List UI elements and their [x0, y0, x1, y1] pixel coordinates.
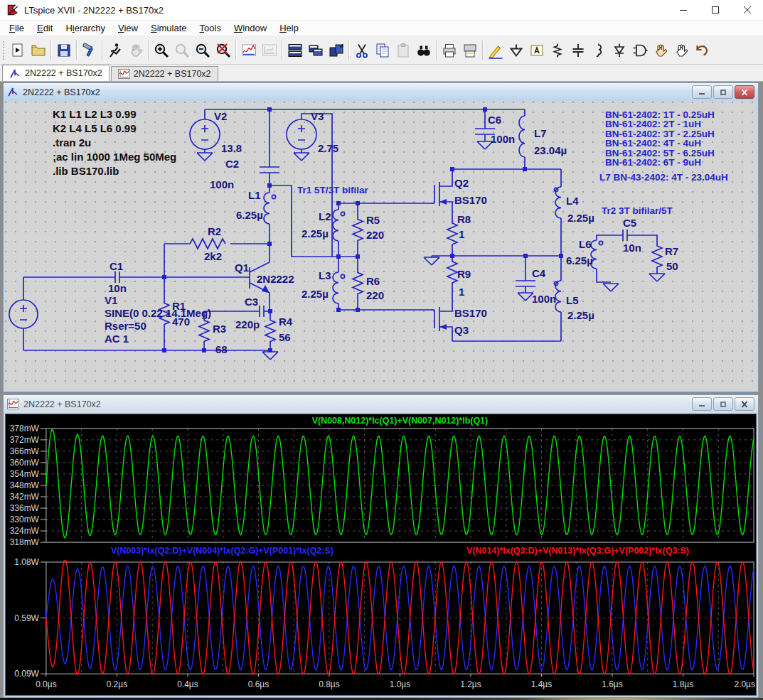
- place-diode-button[interactable]: [609, 40, 629, 60]
- schematic-label: 2.25µ: [567, 212, 594, 224]
- schematic-label: 23.04µ: [534, 144, 567, 156]
- place-component-button[interactable]: [629, 40, 650, 60]
- y-axis-label: 354mW: [10, 469, 40, 479]
- toolbar-grip[interactable]: [2, 41, 6, 60]
- control-panel-icon: [81, 42, 98, 59]
- schematic-label: BS170: [454, 307, 487, 319]
- place-inductor-button[interactable]: [588, 40, 609, 60]
- menu-item-hierarchy[interactable]: Hierarchy: [59, 21, 112, 35]
- place-ground-button[interactable]: [506, 40, 526, 60]
- maximize-button[interactable]: [699, 0, 731, 20]
- x-axis-label: 1.6µs: [602, 679, 623, 689]
- schematic-label: 6.25µ: [566, 254, 593, 266]
- schematic-drawing: K1 L1 L2 L3 0.99K2 L4 L5 L6 0.99.tran 2u…: [5, 102, 757, 390]
- schematic-label: Q2: [454, 177, 469, 189]
- close-button[interactable]: [731, 0, 763, 20]
- draw-wire-button[interactable]: [485, 40, 506, 60]
- run-icon: [107, 42, 124, 59]
- run-button[interactable]: [105, 40, 125, 60]
- undo-button[interactable]: [691, 40, 712, 60]
- window-title: LTspice XVII - 2N2222 + BS170x2: [24, 5, 164, 16]
- schematic-minimize-button[interactable]: [692, 85, 712, 99]
- zoom-full-extents-button[interactable]: [213, 40, 233, 60]
- title-bar[interactable]: LTspice XVII - 2N2222 + BS170x2: [0, 0, 763, 21]
- waveform-close-button[interactable]: [735, 397, 754, 411]
- tab-1-active[interactable]: 2N2222 + BS170x2: [2, 65, 110, 81]
- waveform-window-title: 2N2222 + BS170x2: [23, 399, 101, 409]
- schematic-label: C3: [245, 296, 258, 308]
- cut-button[interactable]: [351, 40, 372, 60]
- schematic-close-button[interactable]: [735, 85, 754, 99]
- place-resistor-button[interactable]: [547, 40, 567, 60]
- tile-vertical-button[interactable]: [326, 40, 346, 60]
- zoom-full-extents-icon: [215, 42, 232, 59]
- menu-item-file[interactable]: File: [3, 21, 31, 35]
- paste-icon: [395, 42, 412, 59]
- trace-label-green[interactable]: V(N008,N012)*Ic(Q1)+V(N007,N012)*Ib(Q1): [312, 416, 489, 426]
- halt-icon: [127, 42, 144, 59]
- tile-horizontal-button[interactable]: [284, 40, 305, 60]
- find-icon: [415, 42, 432, 59]
- copy-button[interactable]: [372, 40, 393, 60]
- menu-item-edit[interactable]: Edit: [31, 21, 59, 35]
- halt-button: [125, 40, 146, 60]
- control-panel-button[interactable]: [79, 40, 100, 60]
- schematic-label: 220: [366, 289, 384, 301]
- wire-node: [450, 167, 454, 171]
- waveform-icon: [7, 399, 19, 409]
- schematic-canvas[interactable]: K1 L1 L2 L3 0.99K2 L4 L5 L6 0.99.tran 2u…: [5, 102, 757, 390]
- place-inductor-icon: [590, 42, 607, 59]
- cascade-windows-button[interactable]: [305, 40, 326, 60]
- x-axis-label: 1.0µs: [390, 679, 411, 689]
- schematic-label: 2.25µ: [302, 288, 329, 300]
- toolbar-separator: [348, 41, 349, 60]
- menu-item-view[interactable]: View: [112, 21, 144, 35]
- plot-settings-button[interactable]: [238, 40, 259, 60]
- schematic-label: 2N2222: [257, 273, 294, 285]
- schematic-window-titlebar[interactable]: 2N2222 + BS170x2: [4, 83, 758, 101]
- menu-item-simulate[interactable]: Simulate: [144, 21, 193, 35]
- copy-icon: [374, 42, 391, 59]
- move-icon: [652, 42, 669, 59]
- find-button[interactable]: [413, 40, 434, 60]
- toolbar: [0, 36, 763, 65]
- tab-2[interactable]: 2N2222 + BS170x2: [111, 66, 218, 81]
- print-button[interactable]: [439, 40, 459, 60]
- menu-item-window[interactable]: Window: [228, 21, 273, 35]
- zoom-out-button[interactable]: [192, 40, 213, 60]
- menu-item-help[interactable]: Help: [273, 21, 305, 35]
- open-file-button[interactable]: [28, 40, 48, 60]
- new-schematic-button[interactable]: [7, 40, 28, 60]
- place-label-button[interactable]: [526, 40, 547, 60]
- schematic-label: V3: [311, 110, 324, 122]
- trace-label-red[interactable]: V(N014)*Ix(Q3:D)+V(N013)*Ix(Q3:G)+V(P002…: [466, 546, 689, 556]
- y-axis-label: 348mW: [10, 480, 40, 490]
- move-button[interactable]: [650, 40, 671, 60]
- toolbar-separator: [102, 41, 102, 60]
- place-capacitor-button[interactable]: [567, 40, 588, 60]
- waveform-restore-button[interactable]: [713, 397, 733, 411]
- drag-button[interactable]: [671, 40, 691, 60]
- wire-node: [523, 254, 528, 258]
- cut-icon: [353, 42, 370, 59]
- wire-node: [559, 254, 563, 258]
- schematic-label: 2.25µ: [302, 227, 329, 239]
- waveform-plot-area[interactable]: 378mW372mW366mW360mW354mW348mW342mW336mW…: [5, 414, 757, 696]
- menu-item-tools[interactable]: Tools: [193, 21, 228, 35]
- minimize-button[interactable]: [667, 0, 699, 20]
- zoom-in-button[interactable]: [151, 40, 171, 60]
- print-preview-button[interactable]: [459, 40, 480, 60]
- save-button[interactable]: [53, 40, 74, 60]
- schematic-label: BN-61-2402: 2T - 1uH: [605, 119, 701, 129]
- waveform-minimize-button[interactable]: [692, 397, 712, 411]
- schematic-restore-button[interactable]: [713, 85, 733, 99]
- save-icon: [55, 42, 73, 59]
- schematic-label: Tr2 3T bifilar/5T: [602, 205, 673, 216]
- waveform-window-titlebar[interactable]: 2N2222 + BS170x2: [4, 395, 758, 413]
- schematic-label: 6.25µ: [236, 209, 263, 221]
- trace-label-blue[interactable]: V(N003)*Ix(Q2:D)+V(N004)*Ix(Q2:G)+V(P001…: [111, 546, 334, 556]
- x-axis-label: 1.4µs: [531, 679, 553, 689]
- schematic-label: SINE(0 0.22 14.1Meg): [105, 307, 211, 319]
- schematic-label: 1: [459, 228, 464, 240]
- y-axis-label: 0.09W: [14, 669, 39, 679]
